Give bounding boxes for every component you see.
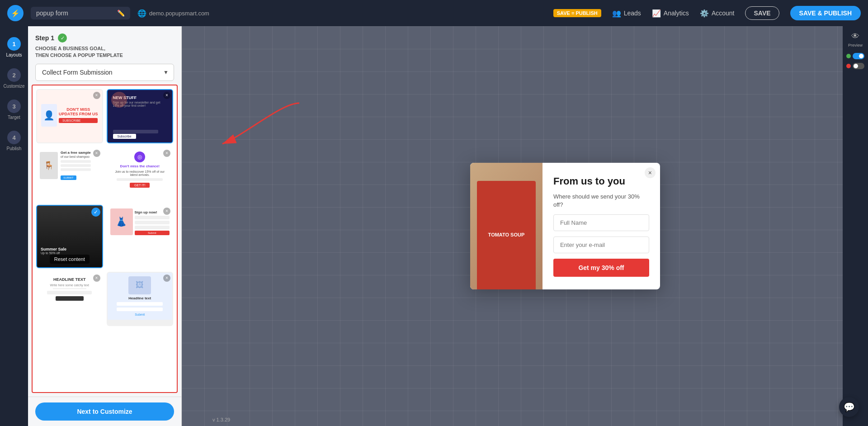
step-indicator: Step 1 ✓ <box>35 33 174 43</box>
panel-footer: Next to Customize <box>28 397 181 426</box>
tmpl1-btn: SUBSCRIBE <box>59 118 98 123</box>
popup-modal: TOMATO SOUP × From us to you Where shoul… <box>470 163 660 289</box>
url-text: demo.popupsmart.com <box>149 10 209 17</box>
step-subtitle-line1: CHOOSE A BUSINESS GOAL, <box>35 46 105 51</box>
template-card-6[interactable]: 👗 Sign up now! Submit × <box>107 205 174 259</box>
tmpl3-subtitle: of our best shampoo <box>61 155 91 159</box>
analytics-label: Analytics <box>664 9 689 17</box>
template-card-3[interactable]: 🪑 Get a free sample of our best shampoo … <box>36 147 103 201</box>
tmpl2-close-icon[interactable]: × <box>163 92 170 99</box>
tmpl7-subtitle: Write here some catchy text <box>50 284 89 287</box>
toggle-knob-1 <box>859 54 863 58</box>
popup-subtitle: Where should we send your 30% off? <box>553 193 649 209</box>
toggle-item-2 <box>846 63 864 69</box>
account-label: Account <box>712 9 735 17</box>
tmpl3-title: Get a free sample <box>61 151 91 155</box>
tmpl6-img: 👗 <box>110 208 133 235</box>
popup-submit-button[interactable]: Get my 30% off <box>553 259 649 277</box>
tmpl6-close-icon[interactable]: × <box>163 208 170 215</box>
step-4-circle: 4 <box>7 131 21 144</box>
step-2-circle: 2 <box>7 68 21 82</box>
url-display: 🌐 demo.popupsmart.com <box>137 9 209 18</box>
version-badge: v 1.3.29 <box>212 417 230 422</box>
step-4-label: Publish <box>7 146 22 151</box>
toggle-switch-2[interactable] <box>853 63 864 69</box>
tmpl4-title: Don't miss the chance! <box>120 164 160 168</box>
tmpl4-close-icon[interactable]: × <box>163 150 170 157</box>
popup-left-panel: TOMATO SOUP <box>470 163 542 289</box>
popup-title: From us to you <box>553 175 649 187</box>
template-card-5[interactable]: Summer Sale Up to 50% off ✓ Reset conten… <box>36 205 103 268</box>
next-to-customize-button[interactable]: Next to Customize <box>35 402 174 421</box>
toggle-switch-1[interactable] <box>853 53 864 59</box>
tmpl8-close-icon[interactable]: × <box>163 275 170 282</box>
popup-right-panel: × From us to you Where should we send yo… <box>542 163 660 289</box>
step-number: Step 1 <box>35 34 54 42</box>
step-1-label: Layouts <box>6 52 22 57</box>
eye-icon: 👁 <box>851 32 859 41</box>
tmpl6-btn: Submit <box>135 231 170 235</box>
step-subtitle-line2: THEN CHOOSE A POPUP TEMPLATE <box>35 52 123 58</box>
step-subtitle: CHOOSE A BUSINESS GOAL, THEN CHOOSE A PO… <box>35 45 174 59</box>
template-card-2[interactable]: NEW STUFF Sign up for our newsletter and… <box>107 89 174 143</box>
steps-sidebar: 1 Layouts 2 Customize 3 Target 4 Publish <box>0 26 28 426</box>
tmpl4-subtitle: Join us to rediscover 15% off of our lat… <box>111 170 169 176</box>
template-card-8[interactable]: 🖼 Headline text Submit × <box>107 272 174 326</box>
step-3-label: Target <box>8 115 20 120</box>
template-card-1[interactable]: 👤 DON'T MISSUPDATES FROM US SUBSCRIBE × <box>36 89 103 143</box>
step-3-circle: 3 <box>7 99 21 113</box>
template-card-7[interactable]: HEADLINE TEXT Write here some catchy tex… <box>36 272 103 326</box>
tmpl7-close-icon[interactable]: × <box>93 275 100 282</box>
tmpl7-title: HEADLINE TEXT <box>53 277 86 282</box>
preview-button[interactable]: 👁 Preview <box>848 32 863 47</box>
main-layout: 1 Layouts 2 Customize 3 Target 4 Publish… <box>0 26 868 426</box>
tmpl3-btn: SUBMIT <box>61 175 76 180</box>
preview-label: Preview <box>848 43 863 47</box>
save-button[interactable]: SAVE <box>745 6 779 20</box>
tmpl8-title: Headline text <box>128 296 151 300</box>
chat-icon: 💬 <box>844 402 855 412</box>
popup-close-button[interactable]: × <box>645 167 656 178</box>
tmpl7-btn <box>56 296 84 301</box>
step-1-circle: 1 <box>7 37 21 51</box>
header-nav: SAVE = PUBLISH 👥 Leads 📈 Analytics ⚙️ Ac… <box>553 6 861 20</box>
templates-grid: 👤 DON'T MISSUPDATES FROM US SUBSCRIBE × … <box>36 89 173 326</box>
tmpl8-btn: Submit <box>135 313 145 316</box>
tmpl4-icon: ◎ <box>134 151 145 162</box>
template-card-4[interactable]: ◎ Don't miss the chance! Join us to redi… <box>107 147 174 201</box>
tmpl3-chair-img: 🪑 <box>40 152 58 179</box>
account-nav-item[interactable]: ⚙️ Account <box>700 9 735 18</box>
reset-content-button[interactable]: Reset content <box>50 255 90 264</box>
tmpl3-close-icon[interactable]: × <box>93 150 100 157</box>
leads-nav-item[interactable]: 👥 Leads <box>612 9 641 18</box>
right-sidebar: 👁 Preview <box>843 26 868 426</box>
app-logo[interactable]: ⚡ <box>7 5 24 21</box>
step-4-item[interactable]: 4 Publish <box>5 127 24 155</box>
popup-fullname-input[interactable] <box>553 214 649 231</box>
tmpl4-btn: GET IT! <box>130 183 150 188</box>
analytics-nav-item[interactable]: 📈 Analytics <box>652 9 689 18</box>
edit-icon: ✏️ <box>117 9 125 17</box>
account-icon: ⚙️ <box>700 9 709 18</box>
chat-widget-button[interactable]: 💬 <box>839 397 859 417</box>
templates-container: 👤 DON'T MISSUPDATES FROM US SUBSCRIBE × … <box>32 85 178 393</box>
analytics-icon: 📈 <box>652 9 661 18</box>
popup-email-input[interactable] <box>553 237 649 253</box>
app-name-input-wrap: ✏️ <box>31 7 130 19</box>
goal-dropdown[interactable]: Collect Form Submission <box>35 64 174 81</box>
toggle-knob-2 <box>854 64 858 68</box>
left-panel: Step 1 ✓ CHOOSE A BUSINESS GOAL, THEN CH… <box>28 26 182 426</box>
toggle-row <box>846 53 864 69</box>
canvas-area: TOMATO SOUP × From us to you Where shoul… <box>182 26 843 426</box>
goal-dropdown-wrap: Collect Form Submission ▼ <box>35 64 174 81</box>
save-publish-button[interactable]: SAVE & PUBLISH <box>790 6 861 20</box>
panel-header: Step 1 ✓ CHOOSE A BUSINESS GOAL, THEN CH… <box>28 26 181 85</box>
app-name-input[interactable] <box>36 9 113 17</box>
step-2-item[interactable]: 2 Customize <box>1 65 26 92</box>
step-3-item[interactable]: 3 Target <box>5 96 23 123</box>
toggle-dot-red-2 <box>846 64 851 68</box>
tmpl1-close-icon[interactable]: × <box>93 92 100 99</box>
toggle-dot-green-1 <box>846 54 851 58</box>
step-1-item[interactable]: 1 Layouts <box>4 33 24 61</box>
popup-model-figure: TOMATO SOUP <box>477 181 536 289</box>
